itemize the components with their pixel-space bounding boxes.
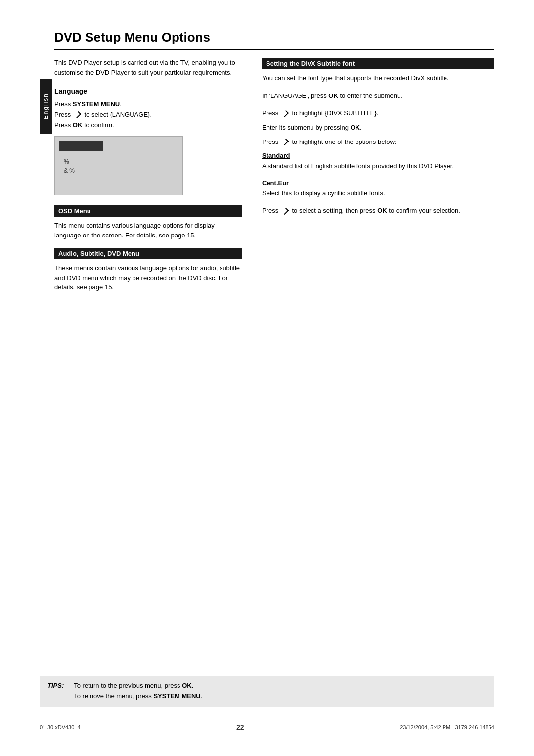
tip1: To return to the previous menu, press OK… [74,681,202,691]
standard-text: A standard list of English subtitle font… [262,161,494,171]
page-title: DVD Setup Menu Options [54,30,494,45]
divx-section: Setting the DivX Subtitle font You can s… [262,58,494,216]
arrow-icon-3 [282,208,289,215]
footer: 01-30 xDV430_4 22 23/12/2004, 5:42 PM 31… [40,723,494,731]
left-column: This DVD Player setup is carried out via… [54,58,242,300]
ok-bold-4: OK [377,207,387,214]
tips-bar: TIPS: To return to the previous menu, pr… [40,676,494,707]
press-system-menu-line: Press SYSTEM MENU. [54,99,242,110]
audio-subtitle-section: Audio, Subtitle, DVD Menu These menus co… [54,248,242,292]
tips-content: To return to the previous menu, press OK… [74,681,202,702]
tip2: To remove the menu, press SYSTEM MENU. [74,691,202,702]
arrow-icon-1 [282,110,289,117]
corner-mark-tl [25,15,35,25]
press-select-language-line: Press to select {LANGUAGE}. [54,110,242,120]
audio-subtitle-text: These menus contain various language opt… [54,263,242,292]
menu-screenshot-box: % & % [54,136,183,195]
ok-bold-3: OK [350,124,360,131]
footer-page-number: 22 [236,723,244,731]
standard-header: Standard [262,152,494,159]
language-header: Language [54,87,242,96]
english-tab-label: English [43,93,49,119]
arrow-icon-2 [282,139,289,145]
osd-menu-header: OSD Menu [54,205,242,217]
intro-text: This DVD Player setup is carried out via… [54,58,242,77]
press-highlight-divx: Press to highlight {DIVX SUBTITLE}. [262,108,494,119]
ok-bold-tips: OK [182,682,192,689]
standard-subsection: Standard A standard list of English subt… [262,152,494,171]
enter-submenu-line: Enter its submenu by pressing OK. [262,123,494,133]
system-menu-bold-tips: SYSTEM MENU [153,692,200,700]
menu-item-amp-percent: & % [64,166,178,175]
press-ok-confirm-line: Press OK to confirm. [54,120,242,131]
centeur-subsection: Cent.Eur Select this to display a cyrill… [262,179,494,198]
ok-bold-2: OK [328,92,338,99]
menu-box-header-bar [59,141,103,151]
ok-bold-1: OK [73,121,83,129]
arrow-down-icon [74,111,81,118]
english-tab: English [40,79,52,134]
content-area: This DVD Player setup is carried out via… [54,58,494,300]
divx-intro2: In 'LANGUAGE', press OK to enter the sub… [262,91,494,101]
corner-mark-br [499,707,509,716]
corner-mark-bl [25,707,35,716]
language-section: Language Press SYSTEM MENU. Press to sel… [54,87,242,195]
divx-intro1: You can set the font type that supports … [262,73,494,83]
menu-item-percent: % [64,157,178,166]
centeur-header: Cent.Eur [262,179,494,187]
title-rule [54,49,494,50]
osd-menu-text: This menu contains various language opti… [54,221,242,240]
tips-label: TIPS: [47,681,64,702]
divx-header: Setting the DivX Subtitle font [262,58,494,69]
osd-menu-section: OSD Menu This menu contains various lang… [54,205,242,240]
corner-mark-tr [499,15,509,25]
press-highlight-options: Press to highlight one of the options be… [262,137,494,147]
right-column: Setting the DivX Subtitle font You can s… [262,58,494,300]
press-select-setting: Press to select a setting, then press OK… [262,206,494,216]
audio-subtitle-header: Audio, Subtitle, DVD Menu [54,248,242,259]
centeur-text: Select this to display a cyrillic subtit… [262,189,494,198]
footer-left: 01-30 xDV430_4 [40,724,81,730]
footer-right: 23/12/2004, 5:42 PM 3179 246 14854 [400,724,494,730]
page-container: English DVD Setup Menu Options This DVD … [0,0,534,756]
system-menu-bold: SYSTEM MENU [73,100,120,108]
